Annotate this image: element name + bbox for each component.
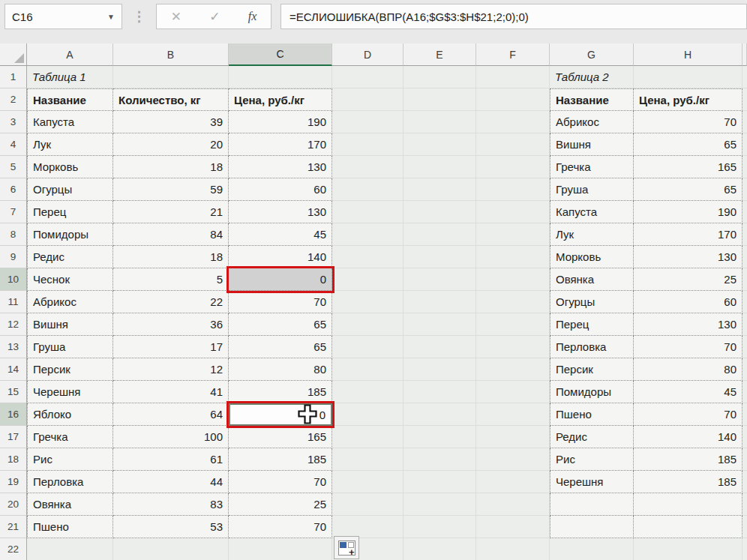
cell-F22[interactable] xyxy=(476,538,550,560)
cell-B12[interactable]: 36 xyxy=(113,313,229,336)
row-header-6[interactable]: 6 xyxy=(0,178,27,201)
cell-D8[interactable] xyxy=(332,223,404,246)
cell-D17[interactable] xyxy=(332,426,404,448)
cell-H17[interactable]: 140 xyxy=(634,426,742,448)
cell-G13[interactable]: Перловка xyxy=(550,336,634,358)
cell-E14[interactable] xyxy=(404,358,476,381)
cell-E17[interactable] xyxy=(404,426,476,448)
cell-F4[interactable] xyxy=(476,133,550,156)
cell-C3[interactable]: 190 xyxy=(229,111,332,133)
cell-C22[interactable] xyxy=(229,538,332,560)
cell-A4[interactable]: Лук xyxy=(27,133,113,156)
cell-A16[interactable]: Яблоко xyxy=(27,403,113,426)
cell-B17[interactable]: 100 xyxy=(113,426,229,448)
row-header-14[interactable]: 14 xyxy=(0,358,27,381)
select-all-corner[interactable] xyxy=(0,43,27,66)
cell-D1[interactable] xyxy=(332,66,404,88)
row-header-16[interactable]: 16 xyxy=(0,403,27,426)
cell-B6[interactable]: 59 xyxy=(113,178,229,201)
cell-G10[interactable]: Овянка xyxy=(550,268,634,291)
cell-G7[interactable]: Капуста xyxy=(550,201,634,223)
cell-B9[interactable]: 18 xyxy=(113,246,229,268)
formula-bar[interactable]: =ЕСЛИОШИБКА(ВПР(A16;$G$3:$H$21;2;0);0) xyxy=(280,4,747,29)
cell-D4[interactable] xyxy=(332,133,404,156)
cell-H9[interactable]: 130 xyxy=(634,246,742,268)
cell-E10[interactable] xyxy=(404,268,476,291)
row-header-22[interactable]: 22 xyxy=(0,538,27,560)
cell-C6[interactable]: 60 xyxy=(229,178,332,201)
row-header-18[interactable]: 18 xyxy=(0,448,27,471)
cell-C2[interactable]: Цена, руб./кг xyxy=(229,88,332,111)
cell-F9[interactable] xyxy=(476,246,550,268)
cell-B18[interactable]: 61 xyxy=(113,448,229,471)
cell-H4[interactable]: 65 xyxy=(634,133,742,156)
cell-F2[interactable] xyxy=(476,88,550,111)
cell-D11[interactable] xyxy=(332,291,404,313)
cell-H21[interactable] xyxy=(634,516,742,538)
cell-A12[interactable]: Вишня xyxy=(27,313,113,336)
cell-G12[interactable]: Перец xyxy=(550,313,634,336)
cell-A22[interactable] xyxy=(27,538,113,560)
cell-H6[interactable]: 65 xyxy=(634,178,742,201)
cell-F21[interactable] xyxy=(476,516,550,538)
cell-C7[interactable]: 130 xyxy=(229,201,332,223)
cell-E3[interactable] xyxy=(404,111,476,133)
insert-function-icon[interactable]: fx xyxy=(248,10,257,23)
row-header-11[interactable]: 11 xyxy=(0,291,27,313)
cell-C12[interactable]: 65 xyxy=(229,313,332,336)
cell-H19[interactable]: 185 xyxy=(634,471,742,493)
cell-G15[interactable]: Помидоры xyxy=(550,381,634,403)
cancel-icon[interactable]: ✕ xyxy=(171,9,182,25)
cell-E7[interactable] xyxy=(404,201,476,223)
cell-F8[interactable] xyxy=(476,223,550,246)
cell-A5[interactable]: Морковь xyxy=(27,156,113,178)
row-header-7[interactable]: 7 xyxy=(0,201,27,223)
cell-H5[interactable]: 165 xyxy=(634,156,742,178)
row-header-13[interactable]: 13 xyxy=(0,336,27,358)
cell-B10[interactable]: 5 xyxy=(113,268,229,291)
cell-G20[interactable] xyxy=(550,493,634,516)
cell-F19[interactable] xyxy=(476,471,550,493)
cell-G18[interactable]: Рис xyxy=(550,448,634,471)
cell-B14[interactable]: 12 xyxy=(113,358,229,381)
cell-G19[interactable]: Черешня xyxy=(550,471,634,493)
cell-D15[interactable] xyxy=(332,381,404,403)
cell-A13[interactable]: Груша xyxy=(27,336,113,358)
cell-F3[interactable] xyxy=(476,111,550,133)
cell-D16[interactable] xyxy=(332,403,404,426)
cell-E18[interactable] xyxy=(404,448,476,471)
cell-F6[interactable] xyxy=(476,178,550,201)
cell-G14[interactable]: Персик xyxy=(550,358,634,381)
cell-F13[interactable] xyxy=(476,336,550,358)
cell-H22[interactable] xyxy=(634,538,742,560)
cell-C15[interactable]: 185 xyxy=(229,381,332,403)
cell-E12[interactable] xyxy=(404,313,476,336)
row-header-9[interactable]: 9 xyxy=(0,246,27,268)
column-header-C[interactable]: C xyxy=(229,43,332,66)
cell-C20[interactable]: 25 xyxy=(229,493,332,516)
cell-G22[interactable] xyxy=(550,538,634,560)
cell-D21[interactable] xyxy=(332,516,404,538)
cell-G2[interactable]: Название xyxy=(550,88,634,111)
cell-G16[interactable]: Пшено xyxy=(550,403,634,426)
cell-D12[interactable] xyxy=(332,313,404,336)
cell-H3[interactable]: 70 xyxy=(634,111,742,133)
cell-F15[interactable] xyxy=(476,381,550,403)
cell-E11[interactable] xyxy=(404,291,476,313)
cell-C8[interactable]: 45 xyxy=(229,223,332,246)
cell-F10[interactable] xyxy=(476,268,550,291)
cell-F18[interactable] xyxy=(476,448,550,471)
cell-E15[interactable] xyxy=(404,381,476,403)
cell-D2[interactable] xyxy=(332,88,404,111)
cell-A17[interactable]: Гречка xyxy=(27,426,113,448)
cell-G1[interactable]: Таблица 2 xyxy=(550,66,634,88)
cell-H15[interactable]: 45 xyxy=(634,381,742,403)
cell-D10[interactable] xyxy=(332,268,404,291)
cell-G4[interactable]: Вишня xyxy=(550,133,634,156)
cell-A1[interactable]: Таблица 1 xyxy=(27,66,113,88)
column-header-A[interactable]: A xyxy=(27,43,113,66)
cell-G5[interactable]: Гречка xyxy=(550,156,634,178)
cell-D6[interactable] xyxy=(332,178,404,201)
column-header-B[interactable]: B xyxy=(113,43,229,66)
cell-F7[interactable] xyxy=(476,201,550,223)
